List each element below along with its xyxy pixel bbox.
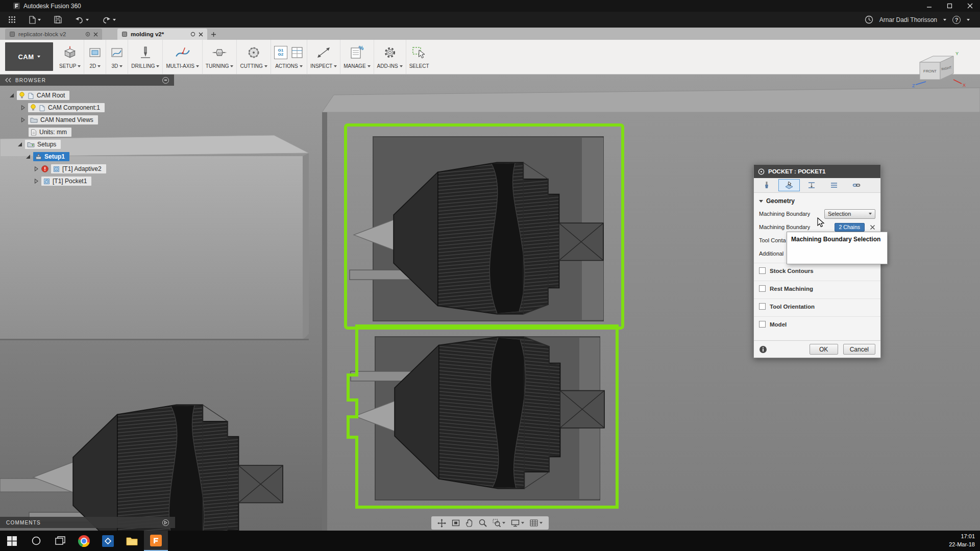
expand-arrow-icon[interactable]	[17, 142, 22, 147]
workspace-switcher[interactable]: CAM	[5, 42, 53, 71]
taskbar-file-explorer[interactable]	[120, 531, 144, 551]
expand-arrow-icon[interactable]	[9, 93, 14, 98]
ribbon-group-3d[interactable]: 3D	[106, 40, 128, 74]
model-checkbox[interactable]	[759, 321, 766, 328]
visibility-bulb-icon[interactable]	[30, 104, 36, 111]
ribbon-group-actions[interactable]: G1G2 ACTIONS	[271, 40, 307, 74]
taskbar-clock[interactable]: 17:01 22-Mar-18	[949, 531, 980, 551]
close-tab-icon[interactable]	[199, 32, 203, 37]
tab-passes[interactable]	[823, 179, 845, 191]
minimize-button[interactable]	[919, 0, 939, 12]
start-button[interactable]	[0, 531, 24, 551]
ribbon-group-multi-axis[interactable]: MULTI-AXIS	[163, 40, 202, 74]
browser-item-adaptive2[interactable]: [T1] Adaptive2	[0, 164, 174, 174]
rest-machining-checkbox[interactable]	[759, 285, 766, 292]
navigation-bar	[431, 516, 549, 530]
help-button[interactable]: ?	[952, 16, 961, 24]
view-cube[interactable]: FRONT RIGHT Z X Y	[911, 49, 968, 92]
browser-item-setup1[interactable]: Setup1	[0, 152, 174, 162]
browser-item-pocket1[interactable]: [T1] Pocket1	[0, 176, 174, 186]
browser-header[interactable]: BROWSER	[0, 74, 174, 86]
ribbon-group-select[interactable]: SELECT	[406, 40, 432, 74]
visibility-bulb-icon[interactable]	[19, 92, 25, 99]
ok-button[interactable]: OK	[810, 344, 838, 355]
display-settings-icon[interactable]	[511, 519, 524, 527]
collapse-arrow-icon[interactable]	[20, 105, 26, 110]
redo-button[interactable]	[102, 16, 116, 23]
fusion-360-icon	[150, 535, 162, 546]
grid-settings-icon[interactable]	[530, 519, 543, 527]
document-tab-replicator-block[interactable]: replicator-block v2	[5, 29, 102, 40]
cancel-button[interactable]: Cancel	[843, 344, 875, 355]
expand-arrow-icon[interactable]	[26, 154, 31, 159]
job-status-clock-icon[interactable]	[865, 15, 873, 24]
clear-selection-icon[interactable]	[870, 224, 875, 230]
dialog-title-bar[interactable]: POCKET : POCKET1	[754, 165, 880, 178]
browser-item-cam-root[interactable]: CAM Root	[0, 90, 174, 101]
model-section[interactable]: Model	[754, 316, 880, 332]
geometry-section-header[interactable]: Geometry	[754, 195, 880, 207]
pan-hand-icon[interactable]	[465, 519, 473, 527]
ribbon-group-turning[interactable]: TURNING	[203, 40, 237, 74]
mold-cavity-top[interactable]	[346, 125, 623, 328]
tool-tab-icon	[763, 181, 771, 189]
ribbon-group-manage[interactable]: % MANAGE	[340, 40, 374, 74]
dropdown-caret-icon	[156, 65, 159, 67]
search-button[interactable]	[24, 531, 48, 551]
taskbar-chrome[interactable]	[72, 531, 96, 551]
chip-label: 2 Chains	[839, 224, 860, 230]
collapse-arrow-icon[interactable]	[34, 179, 39, 184]
zoom-window-icon[interactable]	[493, 519, 505, 527]
collapse-arrow-icon[interactable]	[20, 117, 26, 122]
dialog-tab-strip	[754, 178, 880, 193]
ribbon-group-add-ins[interactable]: ADD-INS	[374, 40, 406, 74]
stock-contours-section[interactable]: Stock Contours	[754, 263, 880, 278]
close-tab-icon[interactable]	[93, 32, 98, 37]
mold-cavity-bottom[interactable]	[348, 326, 617, 507]
3d-milling-icon	[109, 45, 125, 60]
rest-machining-section[interactable]: Rest Machining	[754, 281, 880, 296]
document-tab-molding[interactable]: molding v2*	[117, 29, 207, 40]
ribbon-group-cutting[interactable]: CUTTING	[237, 40, 271, 74]
fit-icon[interactable]	[452, 519, 460, 527]
browser-item-cam-component[interactable]: CAM Component:1	[0, 103, 174, 113]
taskbar-app-blue[interactable]	[96, 531, 120, 551]
ribbon-group-setup[interactable]: SETUP	[56, 40, 84, 74]
minimize-panel-icon[interactable]	[162, 77, 169, 84]
file-menu-button[interactable]	[29, 16, 41, 24]
collapse-arrow-icon[interactable]	[34, 166, 39, 171]
tab-linking[interactable]	[846, 179, 867, 191]
tab-heights[interactable]	[801, 179, 822, 191]
new-tab-button[interactable]	[207, 29, 219, 40]
app-grid-button[interactable]	[8, 16, 16, 23]
comments-bar[interactable]: COMMENTS	[0, 517, 175, 528]
browser-item-units[interactable]: Units: mm	[0, 127, 174, 137]
pan-icon[interactable]	[437, 519, 446, 528]
taskbar-fusion-360[interactable]	[144, 531, 168, 551]
expand-comments-icon[interactable]	[162, 519, 169, 526]
collapse-panel-icon[interactable]	[5, 78, 11, 83]
machining-boundary-select[interactable]: Selection	[824, 209, 875, 219]
ribbon-group-drilling[interactable]: DRILLING	[128, 40, 163, 74]
zoom-icon[interactable]	[479, 519, 487, 527]
task-view-button[interactable]	[48, 531, 72, 551]
tab-tool[interactable]	[756, 179, 777, 191]
close-button[interactable]	[960, 0, 980, 12]
ribbon-group-inspect[interactable]: INSPECT	[307, 40, 340, 74]
tab-geometry[interactable]	[778, 179, 800, 191]
chains-selection-chip[interactable]: 2 Chains	[835, 223, 865, 232]
browser-item-label: CAM Named Views	[40, 116, 93, 123]
info-icon[interactable]	[759, 345, 767, 354]
stock-contours-checkbox[interactable]	[759, 267, 766, 274]
save-button[interactable]	[54, 16, 62, 23]
sync-status-icon	[190, 32, 195, 37]
undo-button[interactable]	[75, 16, 89, 23]
ribbon-group-2d[interactable]: 2D	[84, 40, 106, 74]
user-account-button[interactable]: Arnar Dadi Thorisson	[879, 16, 937, 23]
browser-item-named-views[interactable]: CAM Named Views	[0, 115, 174, 125]
browser-item-setups[interactable]: Setups	[0, 139, 174, 149]
tool-orientation-section[interactable]: Tool Orientation	[754, 298, 880, 314]
tool-orientation-checkbox[interactable]	[759, 303, 766, 310]
maximize-button[interactable]	[939, 0, 960, 12]
dropdown-caret-icon	[97, 65, 101, 67]
